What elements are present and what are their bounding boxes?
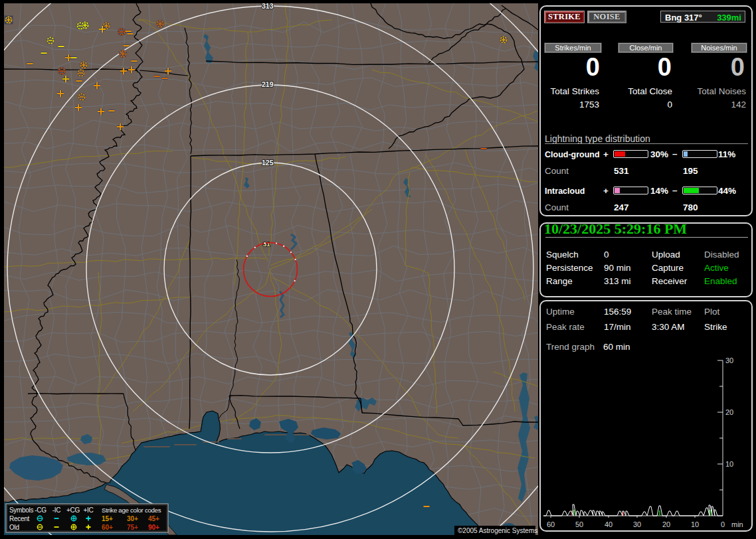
svg-text:75+: 75+ <box>127 524 138 531</box>
svg-text:125: 125 <box>262 159 274 167</box>
svg-text:60: 60 <box>547 520 555 528</box>
svg-text:+CG: +CG <box>66 506 80 514</box>
svg-text:-IC: -IC <box>52 506 61 514</box>
svg-text:219: 219 <box>262 80 274 88</box>
svg-text:Old: Old <box>9 524 19 531</box>
svg-text:Strike age color codes: Strike age color codes <box>102 506 161 514</box>
svg-text:+IC: +IC <box>84 506 94 514</box>
svg-text:©2005 Astrogenic Systems: ©2005 Astrogenic Systems <box>458 527 537 534</box>
svg-text:50: 50 <box>575 520 583 528</box>
svg-text:10: 10 <box>725 460 733 468</box>
svg-text:min: min <box>731 520 743 528</box>
svg-text:-CG: -CG <box>35 506 47 514</box>
svg-text:30: 30 <box>633 520 641 528</box>
svg-text:60+: 60+ <box>102 524 113 531</box>
svg-text:20: 20 <box>725 408 733 416</box>
svg-text:Recent: Recent <box>9 515 29 522</box>
svg-text:0: 0 <box>721 520 725 528</box>
svg-text:15+: 15+ <box>102 515 113 522</box>
svg-text:31: 31 <box>263 240 270 248</box>
svg-text:30: 30 <box>725 356 733 364</box>
svg-text:20: 20 <box>662 520 670 528</box>
svg-text:45+: 45+ <box>148 515 159 522</box>
svg-text:30+: 30+ <box>127 515 138 522</box>
svg-text:313: 313 <box>262 3 274 10</box>
svg-text:Symbols: Symbols <box>9 506 34 514</box>
svg-text:90+: 90+ <box>148 524 159 531</box>
svg-text:10: 10 <box>691 520 699 528</box>
svg-text:40: 40 <box>605 520 613 528</box>
